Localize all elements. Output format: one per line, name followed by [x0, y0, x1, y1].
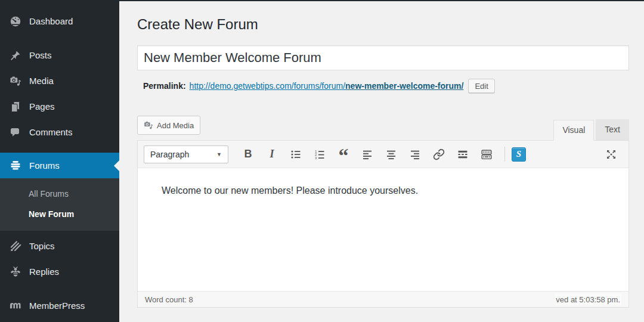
bee-icon [9, 265, 22, 278]
word-count-value: 8 [188, 295, 193, 304]
fullscreen-button[interactable] [600, 145, 623, 163]
active-menu-arrow [114, 160, 119, 171]
add-media-button[interactable]: Add Media [137, 116, 200, 135]
keyboard-icon [481, 148, 493, 160]
shortcode-insert-button[interactable]: S [512, 147, 526, 162]
admin-sidebar: Dashboard Posts Media [0, 0, 119, 322]
add-media-camera-icon [144, 120, 153, 130]
blockquote-button[interactable]: “ [332, 145, 355, 163]
align-left-icon [361, 148, 373, 160]
align-right-button[interactable] [404, 145, 426, 163]
sidebar-item-comments[interactable]: Comments [0, 119, 119, 145]
sidebar-item-topics[interactable]: Topics [0, 233, 119, 259]
sidebar-item-label: Topics [29, 241, 55, 251]
fullscreen-expand-icon [605, 148, 617, 160]
submenu-item-all-forums[interactable]: All Forums [0, 184, 119, 204]
sidebar-item-label: Media [29, 76, 54, 86]
memberpress-m-icon [9, 299, 22, 312]
numbered-list-icon: 1 2 3 [314, 148, 326, 160]
blockquote-icon: “ [339, 153, 349, 162]
comment-bubble-icon [9, 126, 22, 139]
editor-paragraph: Welcome to our new members! Please intro… [162, 184, 605, 198]
permalink-edit-button[interactable]: Edit [468, 79, 494, 93]
editor-content-area[interactable]: Welcome to our new members! Please intro… [138, 168, 628, 291]
permalink-row: Permalink: http://demo.getwebtips.com/fo… [143, 79, 629, 93]
paragraph-format-value: Paragraph [150, 150, 189, 159]
tab-text[interactable]: Text [596, 119, 629, 140]
numbered-list-button[interactable]: 1 2 3 [308, 145, 331, 163]
forums-submenu: All Forums New Forum [0, 178, 119, 231]
stacked-pages-icon [9, 100, 22, 113]
editor-container: Paragraph ▼ B I 1 2 3 [137, 140, 629, 308]
submenu-item-new-forum[interactable]: New Forum [0, 204, 119, 224]
permalink-url-link[interactable]: http://demo.getwebtips.com/forums/forum/… [190, 81, 464, 91]
italic-button[interactable]: I [261, 145, 283, 163]
sidebar-item-memberpress[interactable]: MemberPress [0, 293, 119, 318]
sidebar-item-label: MemberPress [29, 301, 85, 311]
add-media-label: Add Media [157, 121, 194, 130]
autosave-status: ved at 5:03:58 pm. [555, 294, 621, 305]
submenu-item-label: New Forum [29, 209, 74, 219]
sidebar-item-pages[interactable]: Pages [0, 94, 119, 119]
camera-note-icon [9, 75, 22, 88]
topics-strokes-icon [9, 240, 22, 253]
sidebar-item-label: Pages [29, 101, 55, 112]
chevron-down-icon: ▼ [216, 151, 222, 157]
editor-mode-tabs: Visual Text [553, 119, 629, 140]
sidebar-item-label: Dashboard [29, 16, 73, 26]
sidebar-item-replies[interactable]: Replies [0, 259, 119, 284]
svg-text:3: 3 [315, 156, 317, 160]
main-content: Create New Forum Permalink: http://demo.… [119, 0, 644, 322]
permalink-base-url[interactable]: http://demo.getwebtips.com/forums/forum/ [190, 81, 345, 91]
toolbar-toggle-button[interactable] [475, 145, 498, 163]
read-more-icon [457, 148, 469, 160]
link-button[interactable] [428, 145, 450, 163]
read-more-tag-button[interactable] [451, 145, 474, 163]
bold-icon: B [244, 148, 252, 160]
sidebar-item-label: Comments [29, 127, 73, 137]
editor-status-bar: Word count: 8 ved at 5:03:58 pm. [138, 291, 628, 307]
menu-separator [0, 284, 119, 293]
paragraph-format-dropdown[interactable]: Paragraph ▼ [144, 145, 228, 163]
menu-separator [0, 145, 119, 153]
forums-hive-icon [9, 159, 22, 172]
dashboard-gauge-icon [9, 15, 22, 28]
bullet-list-button[interactable] [284, 145, 307, 163]
align-right-icon [409, 148, 421, 160]
tab-visual[interactable]: Visual [553, 120, 594, 141]
permalink-label: Permalink: [143, 81, 186, 91]
menu-separator [0, 34, 119, 42]
pushpin-icon [9, 49, 22, 62]
word-count-label: Word count: [145, 295, 187, 304]
sidebar-item-label: Replies [29, 267, 59, 277]
editor-header: Add Media Visual Text [137, 116, 629, 140]
sidebar-item-label: Posts [29, 50, 52, 60]
sidebar-item-dashboard[interactable]: Dashboard [0, 8, 119, 34]
toolbar-separator [504, 147, 505, 162]
align-center-button[interactable] [380, 145, 402, 163]
sidebar-item-forums[interactable]: Forums [0, 153, 119, 178]
italic-icon: I [270, 148, 274, 160]
bullet-list-icon [290, 148, 302, 160]
word-count: Word count: 8 [145, 295, 193, 304]
permalink-slug[interactable]: new-member-welcome-forum/ [345, 81, 463, 91]
sidebar-item-posts[interactable]: Posts [0, 42, 119, 68]
submenu-item-label: All Forums [29, 189, 69, 199]
editor-toolbar: Paragraph ▼ B I 1 2 3 [138, 141, 628, 168]
shortcode-s-icon: S [516, 149, 521, 159]
align-center-icon [385, 148, 397, 160]
forum-title-input[interactable] [137, 45, 629, 70]
sidebar-item-label: Forums [29, 160, 60, 171]
align-left-button[interactable] [356, 145, 379, 163]
sidebar-item-media[interactable]: Media [0, 68, 119, 94]
bold-button[interactable]: B [237, 145, 259, 163]
page-title: Create New Forum [137, 16, 629, 33]
link-chain-icon [433, 148, 445, 160]
